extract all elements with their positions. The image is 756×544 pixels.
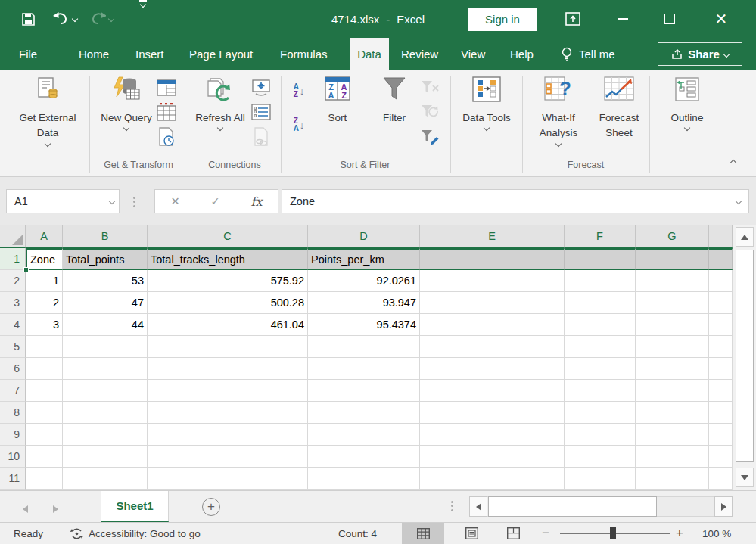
cell-e2[interactable]	[420, 270, 565, 292]
cell-a4[interactable]: 3	[26, 314, 63, 336]
cell-c3[interactable]: 500.28	[148, 292, 308, 314]
cell[interactable]	[565, 336, 636, 358]
cell[interactable]	[709, 358, 733, 380]
column-header-e[interactable]: E	[420, 225, 565, 248]
cell-h1[interactable]	[709, 248, 733, 270]
cell[interactable]	[63, 380, 148, 402]
cell[interactable]	[63, 336, 148, 358]
maximize-button[interactable]	[652, 0, 687, 38]
cell[interactable]	[636, 336, 709, 358]
cell-a3[interactable]: 2	[26, 292, 63, 314]
cell-e4[interactable]	[420, 314, 565, 336]
cell-g2[interactable]	[636, 270, 709, 292]
tab-data[interactable]: Data	[350, 38, 389, 70]
cell[interactable]	[420, 446, 565, 468]
cell[interactable]	[308, 380, 420, 402]
data-tools-button[interactable]: Data Tools	[458, 76, 515, 130]
cell[interactable]	[148, 402, 308, 424]
filter-button[interactable]: Filter	[371, 76, 418, 126]
get-external-data-button[interactable]: Get External Data	[8, 76, 88, 146]
column-header-c[interactable]: C	[148, 225, 308, 248]
show-queries-button[interactable]	[155, 77, 178, 98]
vertical-scrollbar-thumb[interactable]	[736, 250, 754, 462]
fill-handle[interactable]	[23, 267, 29, 272]
close-button[interactable]: ✕	[704, 0, 739, 38]
tab-insert[interactable]: Insert	[135, 38, 164, 70]
cell[interactable]	[63, 402, 148, 424]
cell-h3[interactable]	[709, 292, 733, 314]
cell[interactable]	[636, 402, 709, 424]
row-header-5[interactable]: 5	[0, 336, 26, 358]
redo-dropdown-chevron[interactable]	[108, 16, 114, 22]
cell[interactable]	[565, 358, 636, 380]
cell[interactable]	[63, 358, 148, 380]
cell[interactable]	[26, 402, 63, 424]
tab-help[interactable]: Help	[510, 38, 534, 70]
cell-f4[interactable]	[565, 314, 636, 336]
cell[interactable]	[565, 424, 636, 446]
cell-d2[interactable]: 92.0261	[308, 270, 420, 292]
sign-in-button[interactable]: Sign in	[468, 8, 537, 31]
cell-g4[interactable]	[636, 314, 709, 336]
view-normal-button[interactable]	[402, 523, 444, 544]
row-header-1[interactable]: 1	[0, 248, 26, 270]
cell[interactable]	[63, 446, 148, 468]
clear-filter-button[interactable]	[418, 77, 441, 98]
cell-g1[interactable]	[636, 248, 709, 270]
cell[interactable]	[308, 336, 420, 358]
edit-links-button[interactable]	[250, 126, 272, 148]
save-button[interactable]	[21, 0, 36, 38]
cell[interactable]	[63, 424, 148, 446]
connections-button[interactable]	[250, 77, 272, 98]
cell[interactable]	[420, 380, 565, 402]
cell[interactable]	[148, 446, 308, 468]
sort-descending-button[interactable]: ZA ↓	[288, 114, 310, 135]
cell-c2[interactable]: 575.92	[148, 270, 308, 292]
customize-quick-access-button[interactable]	[139, 0, 147, 38]
share-button[interactable]: Share	[658, 42, 742, 66]
insert-function-icon[interactable]: fx	[251, 194, 263, 209]
row-header-4[interactable]: 4	[0, 314, 26, 336]
ribbon-display-options-button[interactable]	[555, 0, 590, 38]
scroll-right-button[interactable]	[714, 496, 733, 517]
cell[interactable]	[148, 424, 308, 446]
next-sheet-button[interactable]	[53, 502, 58, 516]
tab-view[interactable]: View	[461, 38, 485, 70]
accessibility-button[interactable]: Accessibility: Good to go	[70, 523, 201, 544]
cell[interactable]	[26, 468, 63, 490]
scroll-down-button[interactable]	[736, 468, 754, 487]
what-if-analysis-button[interactable]: ? What-If Analysis	[528, 76, 589, 146]
name-box[interactable]: A1	[6, 189, 120, 213]
cell[interactable]	[709, 402, 733, 424]
cell-b3[interactable]: 47	[63, 292, 148, 314]
cell[interactable]	[26, 424, 63, 446]
row-header-11[interactable]: 11	[0, 468, 26, 490]
column-header-f[interactable]: F	[565, 225, 636, 248]
forecast-sheet-button[interactable]: Forecast Sheet	[590, 76, 648, 141]
row-header-7[interactable]: 7	[0, 380, 26, 402]
sort-button[interactable]: Z A A Z Sort	[318, 76, 357, 126]
view-page-layout-button[interactable]	[454, 523, 489, 544]
cell-e3[interactable]	[420, 292, 565, 314]
refresh-all-button[interactable]: Refresh All	[194, 76, 247, 130]
reapply-filter-button[interactable]	[418, 101, 441, 123]
scroll-up-button[interactable]	[736, 227, 754, 247]
row-header-8[interactable]: 8	[0, 402, 26, 424]
tab-page-layout[interactable]: Page Layout	[189, 38, 253, 70]
recent-sources-button[interactable]	[155, 126, 178, 148]
cell-d1[interactable]: Points_per_km	[308, 248, 420, 270]
column-header-partial[interactable]	[709, 225, 733, 248]
previous-sheet-button[interactable]	[23, 502, 28, 516]
vertical-scrollbar[interactable]	[733, 225, 756, 490]
zoom-level[interactable]: 100 %	[702, 523, 731, 544]
formula-bar-resize-handle[interactable]	[133, 194, 135, 209]
cell[interactable]	[148, 468, 308, 490]
tell-me-button[interactable]: Tell me	[562, 38, 615, 70]
formula-input[interactable]: Zone	[282, 189, 749, 213]
row-header-6[interactable]: 6	[0, 358, 26, 380]
cell-b2[interactable]: 53	[63, 270, 148, 292]
cell[interactable]	[26, 336, 63, 358]
cell[interactable]	[308, 402, 420, 424]
cell[interactable]	[148, 358, 308, 380]
zoom-out-button[interactable]: −	[542, 523, 549, 544]
